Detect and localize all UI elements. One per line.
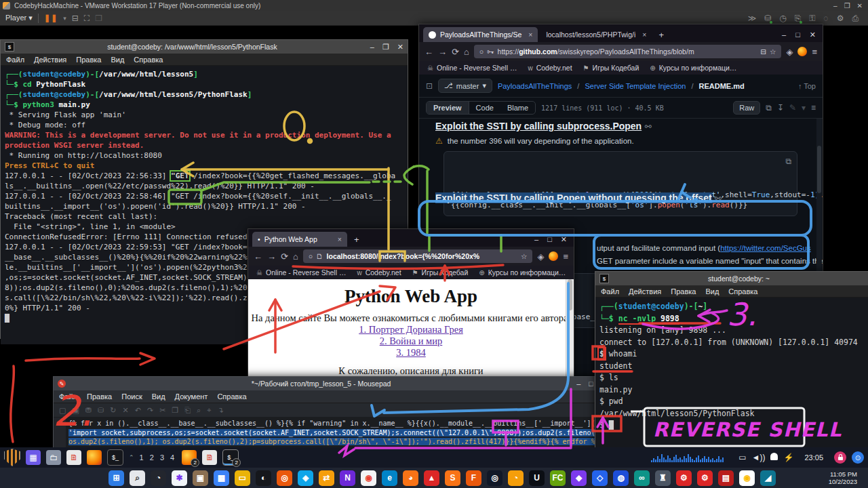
firefox-account-icon[interactable] xyxy=(549,251,558,261)
save-as-icon[interactable]: ⛁ xyxy=(98,406,104,415)
ctrl-alt-del-icon[interactable]: ⊟ xyxy=(72,14,79,23)
notifications-bell-icon[interactable] xyxy=(770,453,778,462)
menu-item[interactable]: Поиск xyxy=(121,392,142,401)
bookmark-item[interactable]: ⚑Игры Кодебай xyxy=(583,64,639,72)
bookmark-star-icon[interactable]: ☆ xyxy=(770,47,776,56)
tab-payloadsallthethings[interactable]: PayloadsAllTheThings/Se × xyxy=(423,27,538,42)
edit-pencil-icon[interactable]: ✎ xyxy=(789,103,796,113)
taskbar-app-icon[interactable]: ▭ xyxy=(235,470,250,486)
heading-popen-no-offset[interactable]: Exploit the SSTI by calling Popen withou… xyxy=(435,192,712,203)
window-maximize-button[interactable]: □ xyxy=(547,235,552,244)
menu-item[interactable]: Вид xyxy=(152,392,165,401)
firefox-running-icon[interactable]: 2 xyxy=(182,450,197,465)
taskbar-app-icon[interactable]: ◆ xyxy=(571,470,587,486)
shield-icon[interactable]: ○ xyxy=(309,252,313,260)
back-button[interactable]: ← xyxy=(254,251,262,262)
bookmark-item[interactable]: ⊕Курсы по информаци… xyxy=(650,64,736,72)
taskbar-app-icon[interactable]: ⌕ xyxy=(130,470,145,486)
heading-subprocess-popen[interactable]: Exploit the SSTI by calling subprocess.P… xyxy=(435,121,642,131)
open-icon[interactable]: ▣ xyxy=(72,406,79,415)
mousepad-launcher-icon[interactable]: 🗎 xyxy=(66,450,81,465)
taskbar-app-icon[interactable]: ⇄ xyxy=(319,470,334,486)
menu-item[interactable]: Файл xyxy=(59,392,77,401)
search-icon[interactable]: ⌕ xyxy=(197,406,201,415)
copy-code-icon[interactable]: ⧉ xyxy=(785,156,791,167)
page-scrollbar[interactable] xyxy=(566,279,574,376)
menu-item[interactable]: Справка xyxy=(134,56,163,64)
menu-item[interactable]: Документ xyxy=(175,392,208,401)
taskbar-app-icon[interactable]: ∞ xyxy=(634,470,650,486)
volume-tray-icon[interactable]: ◄)) xyxy=(752,453,766,462)
new-tab-button[interactable]: + xyxy=(654,30,668,40)
taskbar-app-icon[interactable]: ▲ xyxy=(424,470,439,486)
goto-icon[interactable]: ↴ xyxy=(217,406,223,415)
file-manager-icon[interactable]: 🗀 xyxy=(46,450,61,465)
taskbar-app-icon[interactable]: U xyxy=(529,470,545,486)
save-icon[interactable]: ⛃ xyxy=(85,406,92,415)
sidebar-toggle-icon[interactable]: ⊡ xyxy=(426,81,433,91)
menu-icon[interactable]: ≡ xyxy=(563,251,568,262)
minimize-button[interactable]: – xyxy=(576,380,580,388)
forward-button[interactable]: → xyxy=(267,251,276,262)
close-doc-icon[interactable]: ✕ xyxy=(122,406,128,415)
hdd-icon[interactable]: ⛁ xyxy=(764,14,771,23)
terminal-window-listener[interactable]: $ student@codeby: ~ ФайлДействияПравкаВи… xyxy=(595,271,868,449)
maximize-button[interactable]: □ xyxy=(589,380,593,388)
twitter-link[interactable]: https://twitter.com/SecGus xyxy=(720,244,811,252)
taskbar-app-icon[interactable]: ◕ xyxy=(403,470,418,486)
workspace-switcher[interactable]: 1 2 3 4 xyxy=(140,453,177,462)
tab-localhost-phptwig[interactable]: localhost/lesson5/PHPTwig/i × xyxy=(540,27,652,42)
undo-icon[interactable]: ↶ xyxy=(135,406,141,415)
menu-item[interactable]: Справка xyxy=(728,287,757,296)
copy-icon[interactable]: ❐ xyxy=(172,406,178,415)
taskbar-app-icon[interactable]: ◐ xyxy=(256,470,271,486)
settings-icon[interactable]: ⚙ xyxy=(837,14,844,23)
outline-icon[interactable]: ≡ xyxy=(811,103,816,113)
firefox-account-icon[interactable] xyxy=(797,47,807,56)
replace-icon[interactable]: ⌖ xyxy=(207,406,211,415)
taskbar-app-icon[interactable]: FC xyxy=(550,470,566,486)
taskbar-app-icon[interactable]: ◈ xyxy=(298,470,313,486)
menu-item[interactable]: Вид xyxy=(705,287,719,296)
minimize-button[interactable]: – xyxy=(370,43,374,52)
forward-button[interactable]: → xyxy=(438,47,447,57)
edit-dropdown-icon[interactable]: ▾ xyxy=(802,103,806,113)
menu-item[interactable]: Правка xyxy=(76,56,101,64)
taskbar-app-icon[interactable]: S xyxy=(445,470,460,486)
taskbar-app-icon[interactable]: ▣ xyxy=(193,470,208,486)
panel-expand-icon[interactable]: ⌃ xyxy=(129,454,134,461)
taskbar-app-icon[interactable]: ◇ xyxy=(592,470,608,486)
new-file-icon[interactable]: ▢ xyxy=(59,406,66,415)
taskbar-app-icon[interactable]: e xyxy=(382,470,397,486)
home-button[interactable]: ⌂ xyxy=(464,47,469,57)
redo-icon[interactable]: ↷ xyxy=(147,406,153,415)
window-minimize-button[interactable]: – xyxy=(782,30,786,39)
vmware-close-button[interactable]: ✕ xyxy=(857,2,863,9)
home-button[interactable]: ⌂ xyxy=(293,251,298,262)
taskbar-app-icon[interactable]: ⚙ xyxy=(676,470,692,486)
top-link[interactable]: ↑ Top xyxy=(798,82,816,90)
bookmark-item[interactable]: ☠Online - Reverse Shell … xyxy=(427,64,517,72)
tab-python-web-app[interactable]: • Python Web App × xyxy=(252,232,347,247)
power-tray-icon[interactable]: ⚡ xyxy=(783,453,793,462)
tab-preview[interactable]: Preview xyxy=(427,102,469,114)
taskbar-app-icon[interactable]: ▦ xyxy=(214,470,229,486)
branch-selector[interactable]: ⎇master ▾ xyxy=(438,79,492,93)
taskbar-app-icon[interactable]: ◉ xyxy=(361,470,376,486)
maximize-button[interactable]: ❐ xyxy=(382,43,389,52)
paste-icon[interactable]: ⎗ xyxy=(184,406,191,415)
shield-icon[interactable]: ○ xyxy=(479,47,484,56)
tab-close-icon[interactable]: × xyxy=(338,235,342,243)
code-block-subprocess[interactable]: ⧉ {{''.__class__.mro()[1].__subclasses__… xyxy=(443,151,797,216)
book-link[interactable]: 2. Война и мир xyxy=(248,336,574,347)
taskbar-app-icon[interactable]: ✱ xyxy=(172,470,187,486)
reload-icon[interactable]: ↻ xyxy=(110,406,116,415)
firefox-window-webapp[interactable]: • Python Web App × + – □ ✕ ← → ⟳ ⌂ ○ 🗋 l… xyxy=(248,228,574,379)
terminal-launcher-icon[interactable]: $_ xyxy=(107,449,123,466)
bookmark-item[interactable]: wCodeby.net xyxy=(528,64,572,72)
privacy-shield-icon[interactable]: ◈ xyxy=(786,47,793,57)
close-button[interactable]: ✕ xyxy=(397,43,403,52)
terminal-running-icon[interactable]: $_ 2 xyxy=(222,449,239,466)
terminal-titlebar[interactable]: $ student@codeby: ~ xyxy=(595,272,868,285)
privacy-shield-icon[interactable]: ◈ xyxy=(537,251,544,262)
